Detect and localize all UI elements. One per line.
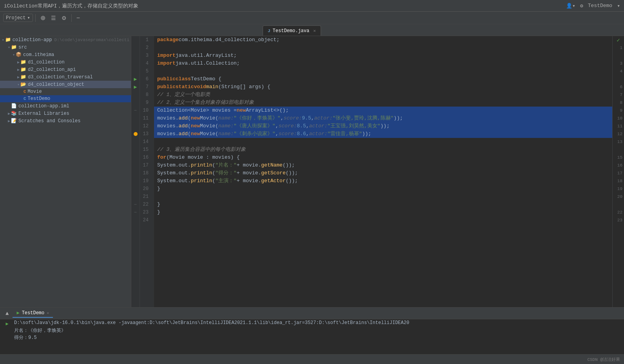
code-line-10: Collection<Movie> movies = new ArrayList…: [154, 107, 612, 114]
project-name: TestDemo: [588, 3, 612, 9]
gutter-line-4: [131, 60, 140, 67]
fold-icon-22[interactable]: ─: [134, 203, 136, 207]
toolbar-separator-2: [71, 14, 72, 22]
fold-icon-23[interactable]: ─: [134, 210, 136, 215]
code-line-23: }: [154, 208, 612, 216]
tree-item-collection-app[interactable]: ▾ 📁 collection-app D:\code\javasepromax\…: [0, 36, 131, 43]
bottom-tab-label: TestDemo: [22, 310, 45, 316]
gutter-line-11: [131, 114, 140, 122]
code-line-14: [154, 138, 612, 146]
settings-toolbar-button[interactable]: ⚙: [59, 14, 69, 22]
run-tab-icon: ▶: [16, 310, 19, 316]
gutter-line-16: [131, 154, 140, 161]
bottom-content: ▶ D:\soft\Java\jdk-16.0.1\bin\java.exe -…: [0, 319, 624, 354]
tree-item-d1[interactable]: ▶ 📁 d1_collection: [0, 58, 131, 66]
gutter-line-10: ─: [131, 107, 140, 114]
gutter-line-22: ─: [131, 201, 140, 208]
minus-button[interactable]: −: [74, 14, 82, 22]
gutter-line-23: ─: [131, 208, 140, 216]
tree-item-scratches[interactable]: ▶ 📝 Scratches and Consoles: [0, 117, 131, 125]
line-numbers: 1 2 3 4 5 6 7 8 9 10 11 12 13 14 15 16 1…: [140, 36, 154, 307]
code-line-18: System.out.println("得分：" + movie.getScor…: [154, 169, 612, 177]
code-line-22: }: [154, 201, 612, 208]
title-bar: iCollection常用API，遍历方式，存储自定义类型的对象 👤▾ ⚙ Te…: [0, 0, 624, 12]
project-dropdown-icon[interactable]: ▾: [617, 3, 620, 9]
run-arrow-output: ▶: [5, 321, 8, 327]
run-output-icons: ▶ D:\soft\Java\jdk-16.0.1\bin\java.exe -…: [3, 320, 621, 341]
gutter-line-6: ▶: [131, 75, 140, 83]
title-text: iCollection常用API，遍历方式，存储自定义类型的对象: [4, 2, 566, 9]
output-line-1: 片名：《你好，李焕英》: [14, 327, 621, 334]
tree-item-d2[interactable]: ▶ 📁 d2_collection_api: [0, 66, 131, 73]
tree-item-src[interactable]: ▾ 📁 src: [0, 43, 131, 51]
tab-close-button[interactable]: ✕: [313, 28, 316, 33]
gutter-line-1: [131, 36, 140, 44]
code-line-12: movies.add(new Movie( name: "《唐人街探案》", s…: [154, 122, 612, 130]
code-area[interactable]: package com.itheima.d4_collection_object…: [154, 36, 612, 307]
orange-dot-13[interactable]: [134, 132, 138, 136]
code-line-19: System.out.println("主演：" + movie.getActo…: [154, 177, 612, 185]
gutter-line-3: [131, 52, 140, 60]
tab-testdemo[interactable]: J TestDemo.java ✕: [263, 25, 321, 36]
code-line-4: import java.util.Collection;: [154, 60, 612, 67]
tree-item-com-itheima[interactable]: ▾ 📦 com.itheima: [0, 51, 131, 58]
code-line-9: // 2、定义一个集合对象存储3部电影对象: [154, 99, 612, 107]
code-line-17: System.out.println("片名：" + movie.getName…: [154, 161, 612, 169]
sidebar: ▾ 📁 collection-app D:\code\javasepromax\…: [0, 36, 131, 307]
bottom-tab-close[interactable]: ✕: [47, 311, 49, 315]
tree-item-external-libs[interactable]: ▶ 📚 External Libraries: [0, 110, 131, 117]
output-line-2: 得分：9.5: [14, 334, 621, 341]
gutter-line-18: [131, 169, 140, 177]
code-line-15: // 3、遍历集合容器中的每个电影对象: [154, 146, 612, 154]
gutter-line-8: [131, 91, 140, 99]
gutter-line-12: [131, 122, 140, 130]
gutter-line-14: [131, 138, 140, 146]
bottom-panel: ▲ ▶ TestDemo ✕ ▶ D:\soft\Java\jdk-16.0.1…: [0, 307, 624, 354]
editor-area: ▶ ▶ ─ ─: [131, 36, 624, 307]
tab-java-icon: J: [268, 29, 270, 33]
gutter-line-13: [131, 130, 140, 138]
gutter-line-19: [131, 177, 140, 185]
code-line-8: // 1、定义一个电影类: [154, 91, 612, 99]
toolbar: Project ▾ ⊕ ☰ ⚙ −: [0, 12, 624, 24]
settings-icon[interactable]: ⚙: [580, 3, 583, 9]
code-line-13: movies.add(new Movie( name: "《刺杀小说家》", s…: [154, 130, 612, 138]
code-line-1: package com.itheima.d4_collection_object…: [154, 36, 612, 44]
code-line-2: [154, 44, 612, 52]
run-arrow-7[interactable]: ▶: [134, 84, 137, 90]
code-line-6: public class TestDemo {: [154, 75, 612, 83]
code-line-7: public static void main(String[] args) {: [154, 83, 612, 91]
code-line-21: [154, 193, 612, 201]
gutter-line-9: [131, 99, 140, 107]
tab-label: TestDemo.java: [273, 28, 310, 34]
status-bar: CSDN @洁洁好果: [0, 354, 624, 364]
project-dropdown[interactable]: Project ▾: [3, 14, 33, 22]
code-line-20: }: [154, 185, 612, 193]
gutter-line-5: [131, 67, 140, 75]
gutter-line-17: [131, 161, 140, 169]
add-button[interactable]: ⊕: [38, 13, 48, 22]
tree-item-testdemo[interactable]: C TestDemo: [0, 95, 131, 102]
toolbar-separator: [35, 14, 36, 22]
tree-item-d3[interactable]: ▶ 📁 d3_collection_traversal: [0, 73, 131, 81]
tab-bar: J TestDemo.java ✕: [0, 24, 624, 36]
align-button[interactable]: ☰: [49, 14, 58, 22]
fold-icon-10[interactable]: ─: [134, 109, 136, 113]
tree-item-movie[interactable]: C Movie: [0, 88, 131, 95]
main-layout: ▾ 📁 collection-app D:\code\javasepromax\…: [0, 36, 624, 307]
bottom-tab-up[interactable]: ▲: [3, 310, 11, 317]
tree-item-d4[interactable]: ▾ 📂 d4_collection_object: [0, 81, 131, 88]
user-icon[interactable]: 👤▾: [566, 3, 575, 9]
gutter-line-2: [131, 44, 140, 52]
run-arrow-6[interactable]: ▶: [134, 76, 137, 82]
editor-gutter: ▶ ▶ ─ ─: [131, 36, 140, 307]
gutter-line-15: [131, 146, 140, 154]
gutter-line-21: [131, 193, 140, 201]
code-line-5: [154, 67, 612, 75]
title-right: 👤▾ ⚙ TestDemo ▾: [566, 3, 620, 9]
bottom-tab-bar: ▲ ▶ TestDemo ✕: [0, 308, 624, 319]
csdn-credit: CSDN @洁洁好果: [587, 357, 620, 362]
checkmark-icon: ✓: [617, 37, 620, 43]
tree-item-iml[interactable]: ▶ 📄 collection-app.iml: [0, 102, 131, 110]
bottom-tab-testdemo[interactable]: ▶ TestDemo ✕: [13, 309, 53, 318]
